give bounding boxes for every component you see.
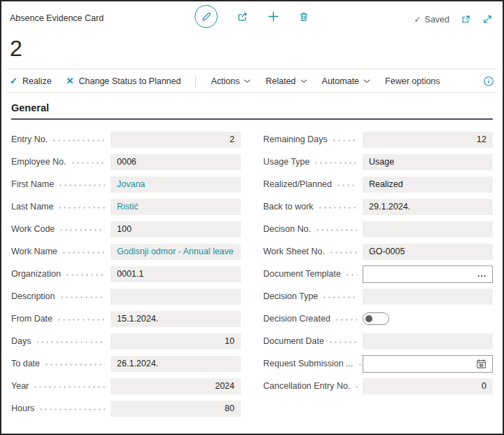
- fewer-options-button[interactable]: Fewer options: [385, 76, 440, 86]
- field-label: Usage Type: [263, 157, 309, 167]
- field-days[interactable]: 10: [111, 333, 241, 350]
- field-label: Remaining Days: [263, 134, 328, 144]
- field-label: Work Name: [11, 247, 57, 256]
- saved-status: ✓ Saved: [414, 15, 449, 25]
- general-fields: Entry No.2Employee No.0006First NameJova…: [11, 128, 493, 420]
- field-cancellation-entry-no[interactable]: 0: [363, 378, 493, 394]
- field-value: 26.1.2024.: [117, 359, 158, 368]
- field-value: Jovana: [117, 179, 145, 189]
- info-button[interactable]: [483, 76, 494, 87]
- field-label-wrap: Decison No.: [263, 224, 363, 234]
- dotted-leader: [328, 341, 357, 343]
- field-request-submission[interactable]: [363, 355, 493, 373]
- field-value: 100: [117, 224, 132, 234]
- saved-label: Saved: [425, 15, 449, 25]
- field-label: Work Sheet No.: [263, 247, 325, 256]
- field-entry-no[interactable]: 2: [111, 132, 241, 148]
- dotted-leader: [318, 207, 357, 209]
- calendar-icon[interactable]: [476, 359, 486, 369]
- field-document-date[interactable]: [363, 333, 493, 350]
- field-label: Document Date: [263, 336, 324, 346]
- field-description[interactable]: [111, 289, 241, 305]
- field-work-name[interactable]: Godisnji odmor - Annual leave: [111, 244, 241, 260]
- toggle-knob: [365, 315, 372, 322]
- plus-icon: [267, 11, 279, 22]
- field-remaining-days[interactable]: 12: [363, 132, 493, 148]
- field-document-template[interactable]: ...: [363, 265, 493, 283]
- field-organization[interactable]: 0001.1: [111, 266, 241, 282]
- field-row-decision-created: Decision Created: [263, 308, 493, 330]
- field-row-realized-planned: Realized/PlannedRealized: [263, 173, 493, 195]
- dotted-leader: [59, 229, 105, 231]
- field-realized-planned[interactable]: Realized: [363, 177, 493, 193]
- field-row-remaining-days: Remaining Days12: [263, 128, 493, 151]
- share-button[interactable]: [237, 11, 248, 22]
- field-year[interactable]: 2024: [111, 378, 241, 394]
- field-label: From Date: [11, 314, 52, 324]
- field-hours[interactable]: 80: [111, 401, 241, 417]
- field-to-date[interactable]: 26.1.2024.: [111, 356, 241, 372]
- menu-related[interactable]: Related: [265, 76, 307, 86]
- expand-button[interactable]: [482, 14, 493, 25]
- field-label-wrap: Document Template: [263, 269, 363, 279]
- dotted-leader: [322, 296, 357, 298]
- record-id: 2: [1, 32, 503, 69]
- open-in-new-window-button[interactable]: [461, 14, 471, 25]
- new-button[interactable]: [267, 11, 279, 22]
- field-work-sheet-no[interactable]: GO-0005: [363, 244, 493, 260]
- field-row-entry-no: Entry No.2: [11, 128, 241, 151]
- field-label-wrap: Cancellation Entry No.: [263, 381, 363, 391]
- field-label: Work Code: [11, 224, 55, 234]
- field-value: 0: [482, 381, 486, 391]
- menu-actions[interactable]: Actions: [211, 76, 251, 86]
- action-ribbon: ✓ Realize ✕ Change Status to Planned Act…: [1, 69, 503, 92]
- field-label: Decision Type: [263, 291, 318, 301]
- delete-button[interactable]: [298, 11, 309, 22]
- check-icon: ✓: [10, 76, 18, 85]
- field-row-document-template: Document Template...: [263, 263, 493, 285]
- dotted-leader: [71, 162, 105, 164]
- field-label-wrap: Work Code: [11, 224, 111, 234]
- field-decison-no[interactable]: [363, 221, 493, 237]
- edit-button[interactable]: [195, 5, 218, 28]
- menu-automate[interactable]: Automate: [322, 76, 371, 86]
- field-label: Hours: [11, 403, 34, 413]
- field-label: Document Template: [263, 269, 341, 279]
- field-row-decision-type: Decision Type: [263, 285, 493, 308]
- realize-button[interactable]: ✓ Realize: [10, 76, 52, 86]
- field-label: Request Submission ...: [263, 359, 354, 368]
- field-label: To date: [11, 359, 40, 368]
- section-general-header[interactable]: General: [11, 93, 493, 120]
- field-first-name[interactable]: Jovana: [111, 177, 241, 193]
- field-employee-no[interactable]: 0006: [111, 154, 241, 170]
- dotted-leader: [65, 274, 105, 276]
- field-label-wrap: Request Submission ...: [263, 359, 363, 368]
- field-from-date[interactable]: 15.1.2024.: [111, 311, 241, 327]
- field-label-wrap: Work Sheet No.: [263, 247, 363, 256]
- dotted-leader: [57, 319, 105, 321]
- field-value: GO-0005: [369, 247, 405, 256]
- field-row-cancellation-entry-no: Cancellation Entry No.0: [263, 375, 493, 397]
- field-label: Employee No.: [11, 157, 66, 167]
- dotted-leader: [329, 251, 357, 254]
- ellipsis-icon[interactable]: ...: [477, 269, 486, 279]
- change-status-button[interactable]: ✕ Change Status to Planned: [66, 76, 181, 86]
- field-label: Organization: [11, 269, 61, 279]
- field-back-to-work[interactable]: 29.1.2024.: [363, 199, 493, 215]
- field-decision-type[interactable]: [363, 289, 493, 305]
- field-value: Usage: [369, 157, 394, 167]
- field-label: Back to work: [263, 202, 314, 212]
- field-usage-type[interactable]: Usage: [363, 154, 493, 170]
- field-row-year: Year2024: [11, 375, 241, 397]
- field-work-code[interactable]: 100: [111, 221, 241, 237]
- dotted-leader: [62, 251, 105, 254]
- dotted-leader: [315, 229, 357, 231]
- field-value: 10: [225, 336, 234, 346]
- field-label-wrap: Last Name: [11, 202, 111, 212]
- menu-related-label: Related: [265, 76, 295, 86]
- decision-created-toggle[interactable]: [363, 312, 389, 325]
- field-value: Ristić: [117, 202, 139, 212]
- field-row-decison-no: Decison No.: [263, 218, 493, 240]
- field-last-name[interactable]: Ristić: [111, 199, 241, 215]
- field-row-organization: Organization0001.1: [11, 263, 241, 285]
